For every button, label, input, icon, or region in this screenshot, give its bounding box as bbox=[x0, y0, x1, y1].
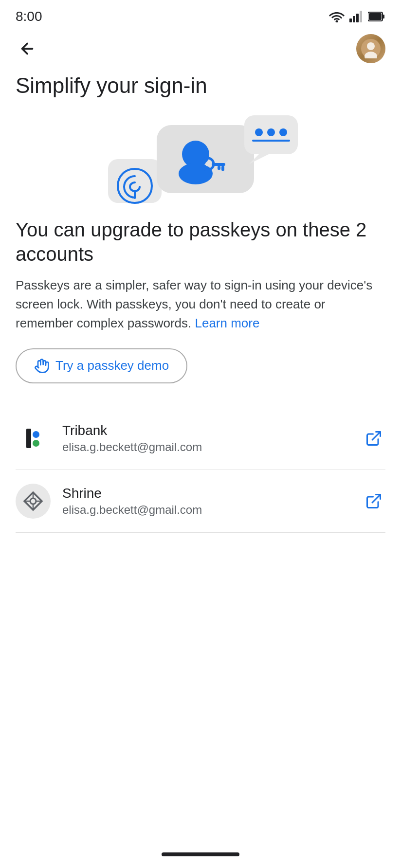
avatar[interactable] bbox=[356, 34, 385, 63]
svg-rect-3 bbox=[356, 14, 359, 22]
svg-rect-19 bbox=[221, 166, 224, 171]
upgrade-heading: You can upgrade to passkeys on these 2 a… bbox=[16, 217, 385, 266]
svg-point-32 bbox=[30, 498, 36, 504]
svg-point-29 bbox=[33, 440, 39, 447]
svg-point-9 bbox=[367, 42, 375, 50]
signal-icon bbox=[349, 11, 363, 22]
top-nav bbox=[0, 29, 401, 73]
demo-button-label: Try a passkey demo bbox=[55, 358, 169, 373]
shrine-email: elisa.g.beckett@gmail.com bbox=[62, 503, 362, 517]
hand-wave-icon bbox=[34, 358, 50, 374]
tribank-external-link-icon[interactable] bbox=[362, 427, 385, 450]
battery-icon bbox=[368, 11, 385, 22]
svg-point-24 bbox=[279, 128, 287, 136]
status-bar: 8:00 bbox=[0, 0, 401, 29]
svg-rect-18 bbox=[212, 163, 225, 166]
svg-point-0 bbox=[336, 20, 338, 23]
hero-illustration bbox=[0, 110, 401, 217]
tribank-logo bbox=[16, 421, 51, 456]
shrine-info: Shrine elisa.g.beckett@gmail.com bbox=[62, 486, 362, 517]
try-passkey-demo-button[interactable]: Try a passkey demo bbox=[16, 348, 187, 383]
shrine-name: Shrine bbox=[62, 486, 362, 501]
svg-point-23 bbox=[267, 128, 275, 136]
status-time: 8:00 bbox=[16, 9, 42, 24]
shrine-external-link-icon[interactable] bbox=[362, 489, 385, 513]
description-text: Passkeys are a simpler, safer way to sig… bbox=[16, 276, 385, 333]
svg-rect-2 bbox=[353, 16, 355, 22]
svg-rect-1 bbox=[349, 18, 352, 22]
learn-more-link[interactable]: Learn more bbox=[195, 316, 259, 330]
account-item-shrine[interactable]: Shrine elisa.g.beckett@gmail.com bbox=[16, 470, 385, 533]
passkey-illustration bbox=[98, 110, 303, 208]
account-list: Tribank elisa.g.beckett@gmail.com bbox=[16, 407, 385, 533]
svg-rect-27 bbox=[26, 429, 31, 448]
tribank-info: Tribank elisa.g.beckett@gmail.com bbox=[62, 423, 362, 454]
tribank-name: Tribank bbox=[62, 423, 362, 438]
page-title: Simplify your sign-in bbox=[0, 73, 401, 110]
svg-point-22 bbox=[255, 128, 263, 136]
back-button[interactable] bbox=[16, 37, 39, 60]
tribank-logo-svg bbox=[19, 425, 47, 452]
shrine-logo-svg bbox=[21, 489, 45, 513]
bottom-nav-indicator bbox=[162, 852, 239, 856]
svg-line-30 bbox=[372, 432, 381, 440]
wifi-icon bbox=[329, 11, 345, 22]
svg-rect-6 bbox=[383, 15, 384, 18]
svg-point-28 bbox=[33, 431, 39, 438]
account-item-tribank[interactable]: Tribank elisa.g.beckett@gmail.com bbox=[16, 407, 385, 470]
svg-line-37 bbox=[372, 494, 381, 503]
svg-rect-4 bbox=[360, 11, 362, 22]
svg-point-17 bbox=[205, 162, 210, 166]
shrine-logo bbox=[16, 484, 51, 519]
main-content: You can upgrade to passkeys on these 2 a… bbox=[0, 217, 401, 533]
status-icons bbox=[329, 11, 385, 22]
avatar-image bbox=[356, 34, 385, 63]
tribank-email: elisa.g.beckett@gmail.com bbox=[62, 440, 362, 454]
svg-rect-20 bbox=[218, 166, 220, 170]
svg-rect-7 bbox=[369, 13, 382, 20]
